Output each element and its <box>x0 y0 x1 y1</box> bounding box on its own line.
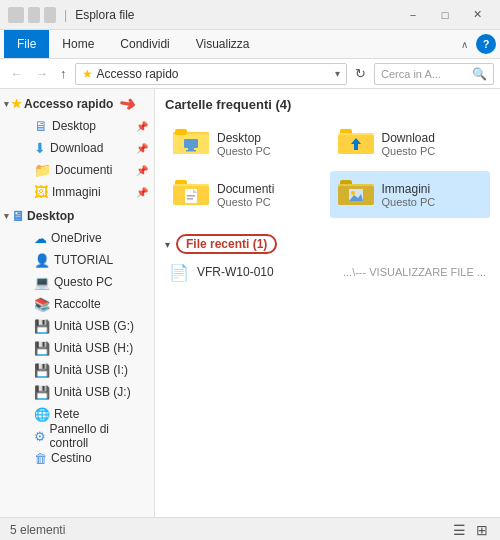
folder-card-desktop[interactable]: Desktop Questo PC <box>165 120 326 167</box>
sidebar-cestino-label: Cestino <box>51 451 92 465</box>
sidebar-item-immagini[interactable]: 🖼 Immagini 📌 <box>10 181 154 203</box>
frequent-folders-title: Cartelle frequenti (4) <box>165 97 490 112</box>
sidebar-item-tutorial[interactable]: 👤 TUTORIAL <box>10 249 154 271</box>
back-button[interactable]: ← <box>6 64 27 83</box>
titlebar: | Esplora file − □ ✕ <box>0 0 500 30</box>
ribbon-help-button[interactable]: ? <box>476 34 496 54</box>
sidebar-item-onedrive[interactable]: ☁ OneDrive <box>10 227 154 249</box>
sidebar-item-pannello[interactable]: ⚙ Pannello di controll <box>10 425 154 447</box>
search-bar[interactable]: Cerca in A... 🔍 <box>374 63 494 85</box>
sidebar-item-thispc[interactable]: 💻 Questo PC <box>10 271 154 293</box>
folder-card-immagini-info: Immagini Questo PC <box>382 182 436 208</box>
sidebar-item-usb-g[interactable]: 💾 Unità USB (G:) <box>10 315 154 337</box>
desktop-section-chevron-icon: ▾ <box>4 211 9 221</box>
breadcrumb-dropdown-icon[interactable]: ▾ <box>335 68 340 79</box>
svg-rect-4 <box>184 139 198 148</box>
tab-visualizza[interactable]: Visualizza <box>183 30 263 58</box>
recent-files-header[interactable]: ▾ File recenti (1) <box>165 234 490 254</box>
folder-card-immagini[interactable]: Immagini Questo PC <box>330 171 491 218</box>
sidebar-item-download[interactable]: ⬇ Download 📌 <box>10 137 154 159</box>
folder-desktop-icon <box>173 126 209 161</box>
documenti-folder-icon: 📁 <box>34 162 51 178</box>
folder-card-download-sub: Questo PC <box>382 145 436 157</box>
quick-access-label: Accesso rapido <box>24 97 113 111</box>
sidebar-pannello-label: Pannello di controll <box>50 422 148 450</box>
ribbon-collapse-icon[interactable]: ∧ <box>457 35 472 54</box>
thispc-icon: 💻 <box>34 275 50 290</box>
sidebar-item-raccolte[interactable]: 📚 Raccolte <box>10 293 154 315</box>
usb-h-icon: 💾 <box>34 341 50 356</box>
sidebar-item-usb-h[interactable]: 💾 Unità USB (H:) <box>10 337 154 359</box>
immagini-folder-icon: 🖼 <box>34 184 48 200</box>
quick-access-star-icon: ★ <box>11 97 22 111</box>
folder-card-download-info: Download Questo PC <box>382 131 436 157</box>
sidebar-item-documenti[interactable]: 📁 Documenti 📌 <box>10 159 154 181</box>
sidebar-usb-g-label: Unità USB (G:) <box>54 319 134 333</box>
tab-file[interactable]: File <box>4 30 49 58</box>
sidebar-usb-i-label: Unità USB (I:) <box>54 363 128 377</box>
raccolte-icon: 📚 <box>34 297 50 312</box>
usb-i-icon: 💾 <box>34 363 50 378</box>
titlebar-left: | Esplora file <box>8 7 135 23</box>
folder-download-icon <box>338 126 374 161</box>
sidebar-usb-j-label: Unità USB (J:) <box>54 385 131 399</box>
forward-button[interactable]: → <box>31 64 52 83</box>
app-icon-2 <box>28 7 40 23</box>
file-icon: 📄 <box>169 263 189 282</box>
onedrive-icon: ☁ <box>34 231 47 246</box>
sidebar-header-desktop[interactable]: ▾ 🖥 Desktop <box>0 205 154 227</box>
breadcrumb-path: Accesso rapido <box>97 67 179 81</box>
sidebar-onedrive-label: OneDrive <box>51 231 102 245</box>
tab-condividi[interactable]: Condividi <box>107 30 182 58</box>
sidebar-item-usb-i[interactable]: 💾 Unità USB (I:) <box>10 359 154 381</box>
svg-rect-16 <box>187 195 195 197</box>
usb-g-icon: 💾 <box>34 319 50 334</box>
search-icon: 🔍 <box>472 67 487 81</box>
tab-home[interactable]: Home <box>49 30 107 58</box>
desktop-folder-icon: 🖥 <box>34 118 48 134</box>
maximize-button[interactable]: □ <box>430 5 460 25</box>
sidebar-desktop-section-label: Desktop <box>27 209 74 223</box>
folder-card-documenti-name: Documenti <box>217 182 274 196</box>
frequent-folders-grid: Desktop Questo PC Download <box>165 120 490 218</box>
sidebar-usb-h-label: Unità USB (H:) <box>54 341 133 355</box>
view-grid-button[interactable]: ⊞ <box>474 520 490 540</box>
quick-access-items: 🖥 Desktop 📌 ⬇ Download 📌 📁 Documenti 📌 🖼… <box>0 115 154 203</box>
view-list-button[interactable]: ☰ <box>451 520 468 540</box>
sidebar: ▾ ★ Accesso rapido ➜ 🖥 Desktop 📌 ⬇ Downl… <box>0 89 155 517</box>
sidebar-desktop-label: Desktop <box>52 119 96 133</box>
minimize-button[interactable]: − <box>398 5 428 25</box>
statusbar: 5 elementi ☰ ⊞ <box>0 517 500 540</box>
close-button[interactable]: ✕ <box>462 5 492 25</box>
folder-card-desktop-info: Desktop Questo PC <box>217 131 271 157</box>
sidebar-item-desktop[interactable]: 🖥 Desktop 📌 <box>10 115 154 137</box>
statusbar-count: 5 elementi <box>10 523 65 537</box>
folder-card-immagini-name: Immagini <box>382 182 436 196</box>
folder-card-documenti-sub: Questo PC <box>217 196 274 208</box>
folder-card-immagini-sub: Questo PC <box>382 196 436 208</box>
sidebar-item-cestino[interactable]: 🗑 Cestino <box>10 447 154 469</box>
folder-card-documenti[interactable]: Documenti Questo PC <box>165 171 326 218</box>
up-button[interactable]: ↑ <box>56 64 71 83</box>
refresh-button[interactable]: ↻ <box>351 64 370 83</box>
content-area: Cartelle frequenti (4) <box>155 89 500 517</box>
quick-access-chevron-icon: ▾ <box>4 99 9 109</box>
main-container: ▾ ★ Accesso rapido ➜ 🖥 Desktop 📌 ⬇ Downl… <box>0 89 500 517</box>
titlebar-separator: | <box>64 8 67 22</box>
sidebar-raccolte-label: Raccolte <box>54 297 101 311</box>
svg-point-23 <box>351 191 355 195</box>
sidebar-immagini-label: Immagini <box>52 185 101 199</box>
sidebar-tutorial-label: TUTORIAL <box>54 253 113 267</box>
svg-rect-3 <box>175 129 187 135</box>
ribbon: File Home Condividi Visualizza ∧ ? <box>0 30 500 59</box>
breadcrumb-bar[interactable]: ★ Accesso rapido ▾ <box>75 63 348 85</box>
ribbon-right: ∧ ? <box>457 34 496 54</box>
search-placeholder: Cerca in A... <box>381 68 441 80</box>
pin-icon-4: 📌 <box>136 187 148 198</box>
sidebar-header-quick-access[interactable]: ▾ ★ Accesso rapido ➜ <box>0 93 154 115</box>
recent-file-item[interactable]: 📄 VFR-W10-010 ...\--- VISUALIZZARE FILE … <box>165 260 490 284</box>
arrow-indicator: ➜ <box>117 91 138 118</box>
addressbar: ← → ↑ ★ Accesso rapido ▾ ↻ Cerca in A...… <box>0 59 500 89</box>
sidebar-item-usb-j[interactable]: 💾 Unità USB (J:) <box>10 381 154 403</box>
folder-card-download[interactable]: Download Questo PC <box>330 120 491 167</box>
